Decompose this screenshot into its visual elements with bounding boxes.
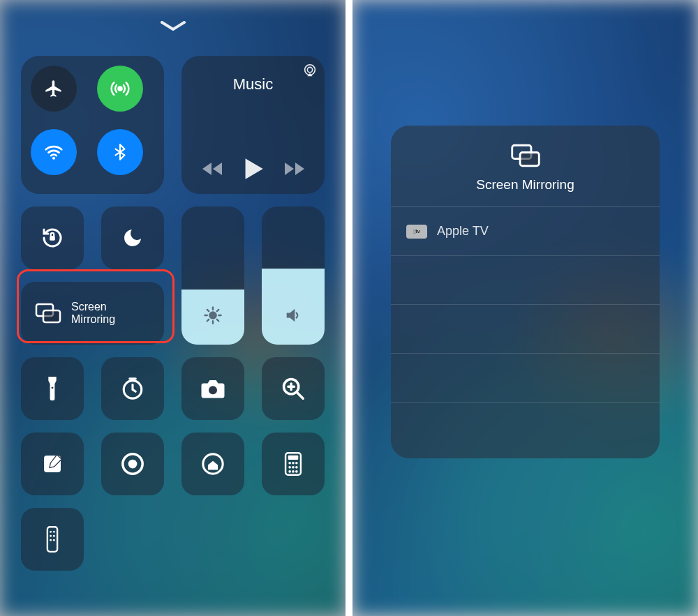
rewind-icon [202,161,223,176]
svg-point-26 [295,470,298,473]
svg-point-10 [209,386,217,394]
brightness-slider[interactable] [181,206,244,345]
svg-point-0 [118,87,121,91]
svg-point-32 [50,539,52,541]
bluetooth-icon [111,143,129,161]
play-button[interactable] [244,158,263,180]
device-name: Apple TV [437,224,489,239]
screen-record-icon [121,452,144,476]
screen-mirroring-icon [35,303,61,324]
volume-icon [283,306,303,325]
svg-rect-7 [43,310,60,322]
forward-button[interactable] [284,161,305,176]
svg-point-5 [209,312,216,318]
svg-point-25 [292,470,295,473]
cellular-icon [110,78,131,99]
svg-point-3 [307,67,312,72]
svg-point-22 [292,466,295,469]
flashlight-button[interactable] [21,357,84,420]
svg-point-29 [53,531,55,533]
camera-button[interactable] [181,357,244,420]
device-row-empty [391,354,660,403]
svg-rect-4 [50,236,55,241]
home-icon [201,452,225,476]
calculator-icon [284,452,302,476]
rewind-button[interactable] [202,161,223,176]
svg-point-24 [288,470,291,473]
screen-mirroring-label: Screen Mirroring [71,301,115,326]
airplay-icon[interactable] [302,63,318,78]
chevron-down-icon[interactable] [161,21,186,32]
screen-mirroring-button[interactable]: Screen Mirroring [21,282,164,345]
svg-point-30 [50,535,52,537]
device-row-apple-tv[interactable]: tv Apple TV [391,207,660,256]
svg-point-18 [288,462,291,465]
forward-icon [284,161,305,176]
apple-tv-badge: tv [406,225,427,239]
screen-record-button[interactable] [101,433,164,495]
svg-point-1 [52,157,55,160]
svg-point-8 [52,386,54,389]
svg-point-19 [292,462,295,465]
svg-rect-17 [288,456,299,460]
apple-tv-remote-button[interactable] [21,508,84,571]
device-row-empty [391,305,660,354]
home-button[interactable] [181,433,244,495]
remote-icon [46,526,59,553]
timer-icon [121,377,144,400]
svg-point-23 [295,466,298,469]
screen-mirroring-popup: Screen Mirroring tv Apple TV [391,126,660,458]
timer-button[interactable] [101,357,164,420]
svg-point-31 [53,535,55,537]
bluetooth-button[interactable] [97,129,143,175]
calculator-button[interactable] [262,433,325,495]
svg-point-14 [128,460,138,469]
svg-point-33 [53,539,55,541]
rotation-lock-icon [40,225,65,250]
do-not-disturb-icon [121,227,144,249]
notes-button[interactable] [21,433,84,495]
play-icon [244,158,263,180]
screen-mirroring-icon [510,144,541,167]
device-row-empty [391,403,660,451]
wifi-button[interactable] [31,129,77,175]
svg-rect-35 [520,152,539,165]
brightness-icon [203,306,223,325]
svg-point-20 [295,462,298,465]
svg-point-28 [50,531,52,533]
magnifier-icon [281,377,305,400]
popup-title: Screen Mirroring [476,177,574,193]
wifi-icon [43,142,64,163]
do-not-disturb-button[interactable] [101,206,164,269]
airplane-icon [44,79,64,98]
control-center-screenshot: Music [0,0,346,616]
volume-slider[interactable] [262,206,325,345]
connectivity-module[interactable] [21,56,164,194]
airplane-mode-button[interactable] [31,66,77,112]
notes-icon [41,453,64,475]
device-row-empty [391,256,660,305]
cellular-data-button[interactable] [97,66,143,112]
music-module[interactable]: Music [181,56,325,194]
svg-point-21 [288,466,291,469]
svg-rect-27 [47,527,57,552]
camera-icon [200,378,225,399]
rotation-lock-button[interactable] [21,206,84,269]
flashlight-icon [45,377,59,400]
music-title: Music [233,75,273,93]
screen-mirroring-popup-screenshot: Screen Mirroring tv Apple TV [352,0,698,616]
magnifier-button[interactable] [262,357,325,420]
